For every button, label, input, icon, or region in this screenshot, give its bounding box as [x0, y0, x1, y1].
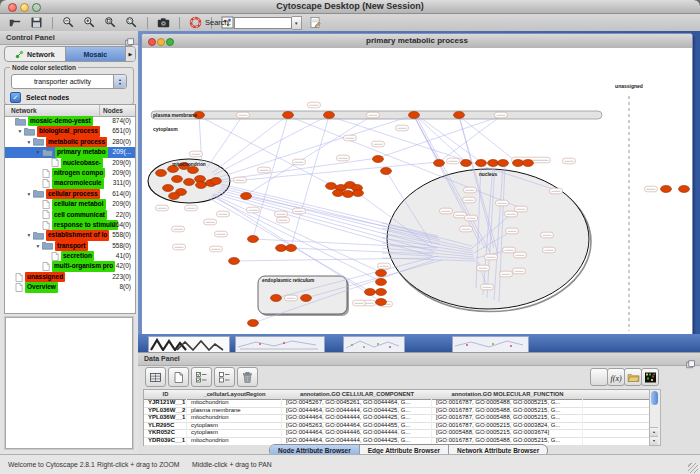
float-window-icon[interactable]: [686, 355, 695, 364]
background-window-3[interactable]: [343, 336, 405, 353]
table-cell[interactable]: plasma membrane: [187, 407, 282, 415]
network-edge[interactable]: [222, 162, 439, 182]
network-node[interactable]: [498, 160, 509, 167]
network-node[interactable]: [454, 112, 465, 119]
network-node[interactable]: [229, 258, 240, 265]
tab-mosaic[interactable]: Mosaic: [66, 47, 127, 61]
table-cell[interactable]: [GO:0044464, GO:0044446, GO:0044444, G..…: [282, 429, 432, 437]
network-node[interactable]: [163, 185, 174, 192]
table-cell[interactable]: [GO:0044464, GO:0044444, GO:0044425, G..…: [282, 414, 432, 422]
network-node[interactable]: [434, 160, 445, 167]
import-attributes-icon[interactable]: [624, 368, 642, 386]
network-node[interactable]: [376, 279, 387, 286]
table-cell[interactable]: YPL036W__1: [144, 414, 187, 422]
network-node[interactable]: [326, 183, 337, 190]
attribute-editor-icon[interactable]: [590, 368, 608, 386]
network-node[interactable]: [283, 112, 294, 119]
network-node[interactable]: [156, 170, 167, 177]
function-builder-icon[interactable]: f(x): [607, 368, 625, 386]
network-node[interactable]: [248, 320, 259, 327]
table-cell[interactable]: mitochondrion: [187, 414, 282, 422]
tree-row[interactable]: ▾biological_process651(0): [5, 126, 135, 136]
select-nodes-checkbox[interactable]: ✓: [10, 92, 21, 103]
select-all-attrs-icon[interactable]: [191, 367, 212, 387]
title-bar[interactable]: Cytoscape Desktop (New Session): [0, 0, 700, 14]
network-node[interactable]: [301, 295, 312, 302]
tree-row[interactable]: cell communicat22(0): [5, 210, 135, 220]
network-node[interactable]: [679, 186, 690, 193]
delete-attribute-icon[interactable]: [237, 367, 258, 387]
network-node[interactable]: [188, 167, 199, 174]
network-node[interactable]: [376, 299, 387, 306]
birds-eye-view[interactable]: [4, 316, 134, 450]
tree-row[interactable]: nitrogen compo209(0): [5, 168, 135, 178]
node-color-dropdown[interactable]: transporter activity ▴▾: [11, 74, 127, 89]
background-window-1[interactable]: [148, 336, 230, 353]
table-cell[interactable]: YJR121W__1: [144, 399, 187, 407]
zoom-fit-icon[interactable]: [124, 16, 139, 30]
help-icon[interactable]: [188, 16, 203, 30]
table-cell[interactable]: cytoplasm: [187, 429, 282, 437]
network-node[interactable]: [184, 179, 195, 186]
tree-row[interactable]: mosaic-demo-yeast874(0): [5, 116, 135, 126]
tree-row[interactable]: unassigned223(0): [5, 272, 135, 282]
network-node[interactable]: [373, 156, 384, 163]
attribute-table[interactable]: ID_cellularLayoutRegionannotation.GO CEL…: [143, 389, 651, 446]
tree-row[interactable]: ▾transport558(0): [5, 241, 135, 251]
table-cell[interactable]: [GO:0044464, GO:0044444, GO:0044425, G..…: [282, 407, 432, 415]
table-cell[interactable]: [GO:0045267, GO:0045261, GO:0044464, G..…: [282, 399, 432, 407]
tree-expander-icon[interactable]: ▾: [34, 241, 42, 251]
table-cell[interactable]: [GO:0016787, GO:0005488, GO:0005215, G..…: [432, 407, 583, 415]
network-node[interactable]: [333, 190, 344, 197]
network-node[interactable]: [271, 295, 282, 302]
scrollbar-thumb[interactable]: [651, 391, 658, 405]
zoom-selected-icon[interactable]: [103, 16, 118, 30]
tree-expander-icon[interactable]: ▾: [34, 147, 42, 157]
network-node[interactable]: [381, 168, 392, 175]
table-cell[interactable]: mitochondrion: [187, 437, 282, 445]
save-icon[interactable]: [29, 16, 44, 30]
network-node[interactable]: [461, 160, 472, 167]
tree-row[interactable]: response to stimulu264(0): [5, 220, 135, 230]
tree-row[interactable]: ▾primary metabo209(...: [5, 147, 135, 157]
network-node[interactable]: [513, 160, 524, 167]
tree-expander-icon[interactable]: ▾: [16, 126, 24, 136]
table-cell[interactable]: [GO:0005488, GO:0005215, GO:0003674]: [432, 429, 583, 437]
network-node[interactable]: [172, 176, 183, 183]
tree-row[interactable]: nucleobase-209(0): [5, 158, 135, 168]
table-cell[interactable]: YPL036W__2: [144, 407, 187, 415]
tree-row[interactable]: ▾cellular process614(0): [5, 189, 135, 199]
scroll-up-icon[interactable]: ▴: [650, 427, 658, 436]
search-input[interactable]: [234, 17, 292, 29]
tree-row[interactable]: Overview8(0): [5, 282, 135, 292]
tree-expander-icon[interactable]: ▾: [25, 230, 33, 240]
network-node[interactable]: [376, 289, 387, 296]
network-node[interactable]: [523, 160, 534, 167]
table-cell[interactable]: [GO:0016787, GO:0005215, GO:0003824, G..…: [432, 422, 583, 430]
network-node[interactable]: [661, 186, 672, 193]
network-window-titlebar[interactable]: primary metabolic process: [142, 34, 692, 49]
network-edge[interactable]: [414, 116, 439, 162]
table-cell[interactable]: [GO:0045263, GO:0044464, GO:0044455, G..…: [282, 422, 432, 430]
attribute-new-icon[interactable]: [168, 367, 189, 387]
network-view-window[interactable]: primary metabolic process plasma membran…: [141, 33, 693, 336]
network-edge[interactable]: [291, 116, 329, 247]
table-cell[interactable]: YDR039C__1: [144, 437, 187, 445]
network-node[interactable]: [365, 289, 376, 296]
network-edge[interactable]: [416, 116, 466, 162]
tree-row[interactable]: ▾metabolic process280(0): [5, 137, 135, 147]
zoom-out-icon[interactable]: [61, 16, 76, 30]
dropdown-stepper-icon[interactable]: ▴▾: [113, 75, 126, 88]
float-window-icon[interactable]: [125, 33, 134, 42]
tab-network[interactable]: Network: [5, 47, 66, 61]
tree-row[interactable]: cellular metabol209(0): [5, 199, 135, 209]
tree-expander-icon[interactable]: ▾: [25, 189, 33, 199]
tab-overflow-arrow-icon[interactable]: ▶: [126, 47, 135, 61]
tree-row[interactable]: macromolecule311(0): [5, 178, 135, 188]
network-node[interactable]: [169, 193, 180, 200]
background-window-2[interactable]: [235, 336, 325, 353]
tree-row[interactable]: ▾establishment of lo558(0): [5, 230, 135, 240]
network-edge[interactable]: [459, 116, 518, 163]
network-node[interactable]: [196, 182, 207, 189]
snapshot-icon[interactable]: [156, 16, 171, 30]
